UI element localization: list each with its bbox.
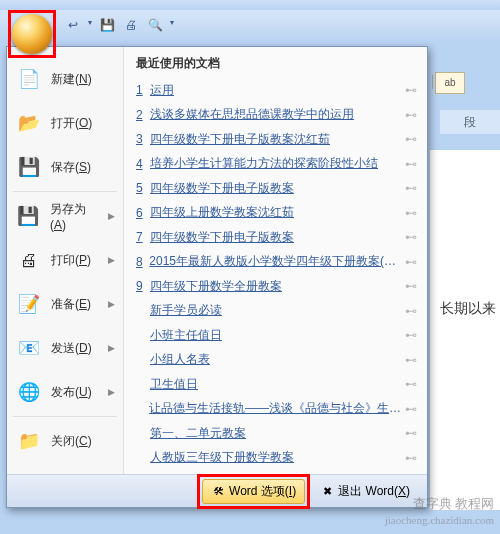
office-menu-commands: 📄新建(N)📂打开(O)💾保存(S)💾另存为(A)▶🖨打印(P)▶📝准备(E)▶… (7, 47, 124, 474)
document-area (430, 150, 500, 510)
menu-label: 关闭(C) (51, 433, 92, 450)
menu-item-e[interactable]: 📝准备(E)▶ (7, 282, 123, 326)
recent-doc-number: 8 (136, 255, 149, 269)
word-options-label: Word 选项(I) (229, 483, 296, 500)
pin-icon[interactable]: ⊷ (405, 402, 417, 416)
menu-item-s[interactable]: 💾保存(S) (7, 145, 123, 189)
recent-doc-title: 2015年最新人教版小学数学四年级下册教案(表格... (149, 253, 405, 270)
recent-doc-item[interactable]: 2浅谈多媒体在思想品德课教学中的运用⊷ (136, 103, 417, 128)
save-icon[interactable]: 💾 (98, 16, 116, 34)
undo-icon[interactable]: ↩ (64, 16, 82, 34)
recent-doc-title: 四年级数学下册电子版教案 (150, 180, 294, 197)
recent-doc-item[interactable]: 4培养小学生计算能力方法的探索阶段性小结⊷ (136, 152, 417, 177)
menu-label: 打开(O) (51, 115, 92, 132)
menu-label: 新建(N) (51, 71, 92, 88)
pin-icon[interactable]: ⊷ (405, 255, 417, 269)
menu-icon: 💾 (15, 153, 43, 181)
menu-item-o[interactable]: 📂打开(O) (7, 101, 123, 145)
ab-button[interactable]: ab (435, 72, 465, 94)
recent-doc-title: 卫生值日 (150, 376, 198, 393)
recent-doc-number: 3 (136, 132, 150, 146)
pin-icon[interactable]: ⊷ (405, 328, 417, 342)
pin-icon[interactable]: ⊷ (405, 353, 417, 367)
menu-item-d[interactable]: 📧发送(D)▶ (7, 326, 123, 370)
recent-doc-number: 1 (136, 83, 150, 97)
recent-doc-item[interactable]: 82015年最新人教版小学数学四年级下册教案(表格...⊷ (136, 250, 417, 275)
menu-label: 保存(S) (51, 159, 91, 176)
submenu-arrow-icon: ▶ (108, 255, 115, 265)
recent-doc-item[interactable]: 5四年级数学下册电子版教案⊷ (136, 176, 417, 201)
recent-doc-title: 四年级数学下册电子版教案沈红茹 (150, 131, 330, 148)
recent-doc-title: 四年级数学下册电子版教案 (150, 229, 294, 246)
recent-heading: 最近使用的文档 (136, 55, 417, 72)
recent-doc-item[interactable]: 7四年级数学下册电子版教案⊷ (136, 225, 417, 250)
recent-doc-number: 7 (136, 230, 150, 244)
recent-doc-item[interactable]: 小班主任值日⊷ (136, 323, 417, 348)
menu-label: 发送(D) (51, 340, 92, 357)
recent-doc-item[interactable]: 让品德与生活接轨——浅谈《品德与社会》生活化...⊷ (136, 397, 417, 422)
menu-icon: 🖨 (15, 246, 43, 274)
recent-doc-item[interactable]: 1运用⊷ (136, 78, 417, 103)
recent-doc-title: 小班主任值日 (150, 327, 222, 344)
menu-icon: 📧 (15, 334, 43, 362)
menu-icon: 📝 (15, 290, 43, 318)
exit-icon: ✖ (320, 484, 334, 498)
recent-doc-item[interactable]: 3四年级数学下册电子版教案沈红茹⊷ (136, 127, 417, 152)
recent-doc-item[interactable]: 人教版三年级下册数学教案⊷ (136, 446, 417, 471)
recent-doc-title: 四年级下册数学全册教案 (150, 278, 282, 295)
pin-icon[interactable]: ⊷ (405, 181, 417, 195)
recent-doc-number: 4 (136, 157, 150, 171)
watermark: 查字典 教程网 jiaocheng.chazidian.com (385, 496, 494, 528)
menu-label: 准备(E) (51, 296, 91, 313)
office-menu-footer: 🛠 Word 选项(I) ✖ 退出 Word(X) (7, 474, 427, 507)
recent-documents-panel: 最近使用的文档 1运用⊷2浅谈多媒体在思想品德课教学中的运用⊷3四年级数学下册电… (124, 47, 427, 474)
menu-item-p[interactable]: 🖨打印(P)▶ (7, 238, 123, 282)
pin-icon[interactable]: ⊷ (405, 132, 417, 146)
pin-icon[interactable]: ⊷ (405, 377, 417, 391)
menu-label: 另存为(A) (50, 201, 100, 232)
print-preview-icon[interactable]: 🔍 (146, 16, 164, 34)
quick-access-toolbar: ↩ ▾ 💾 🖨 🔍 ▾ (0, 10, 500, 40)
quick-print-icon[interactable]: 🖨 (122, 16, 140, 34)
recent-doc-item[interactable]: 6四年级上册数学教案沈红茹⊷ (136, 201, 417, 226)
office-menu: 📄新建(N)📂打开(O)💾保存(S)💾另存为(A)▶🖨打印(P)▶📝准备(E)▶… (6, 46, 428, 508)
menu-item-n[interactable]: 📄新建(N) (7, 57, 123, 101)
ribbon-group-label: 段 (440, 110, 500, 134)
pin-icon[interactable]: ⊷ (405, 304, 417, 318)
recent-doc-title: 四年级上册数学教案沈红茹 (150, 204, 294, 221)
menu-item-a[interactable]: 💾另存为(A)▶ (7, 194, 123, 238)
menu-label: 打印(P) (51, 252, 91, 269)
submenu-arrow-icon: ▶ (108, 387, 115, 397)
pin-icon[interactable]: ⊷ (405, 157, 417, 171)
pin-icon[interactable]: ⊷ (405, 426, 417, 440)
pin-icon[interactable]: ⊷ (405, 230, 417, 244)
pin-icon[interactable]: ⊷ (405, 83, 417, 97)
recent-doc-title: 运用 (150, 82, 174, 99)
pin-icon[interactable]: ⊷ (405, 206, 417, 220)
submenu-arrow-icon: ▶ (108, 211, 115, 221)
recent-doc-title: 新手学员必读 (150, 302, 222, 319)
menu-icon: 💾 (15, 202, 42, 230)
recent-doc-item[interactable]: 第一、二单元教案⊷ (136, 421, 417, 446)
recent-doc-number: 9 (136, 279, 150, 293)
recent-doc-item[interactable]: 卫生值日⊷ (136, 372, 417, 397)
qat-customize-icon[interactable]: ▾ (170, 16, 174, 34)
pin-icon[interactable]: ⊷ (405, 279, 417, 293)
document-text-snippet: 长期以来 (440, 300, 496, 318)
menu-item-c[interactable]: 📁关闭(C) (7, 419, 123, 463)
recent-doc-title: 小组人名表 (150, 351, 210, 368)
menu-icon: 📁 (15, 427, 43, 455)
recent-doc-item[interactable]: 新手学员必读⊷ (136, 299, 417, 324)
pin-icon[interactable]: ⊷ (405, 108, 417, 122)
submenu-arrow-icon: ▶ (108, 343, 115, 353)
pin-icon[interactable]: ⊷ (405, 451, 417, 465)
word-options-button[interactable]: 🛠 Word 选项(I) (202, 479, 305, 504)
menu-label: 发布(U) (51, 384, 92, 401)
recent-doc-item[interactable]: 9四年级下册数学全册教案⊷ (136, 274, 417, 299)
undo-dropdown-icon[interactable]: ▾ (88, 16, 92, 34)
recent-doc-title: 浅谈多媒体在思想品德课教学中的运用 (150, 106, 354, 123)
office-button[interactable] (12, 14, 52, 54)
recent-doc-item[interactable]: 小组人名表⊷ (136, 348, 417, 373)
menu-item-u[interactable]: 🌐发布(U)▶ (7, 370, 123, 414)
recent-doc-number: 6 (136, 206, 150, 220)
